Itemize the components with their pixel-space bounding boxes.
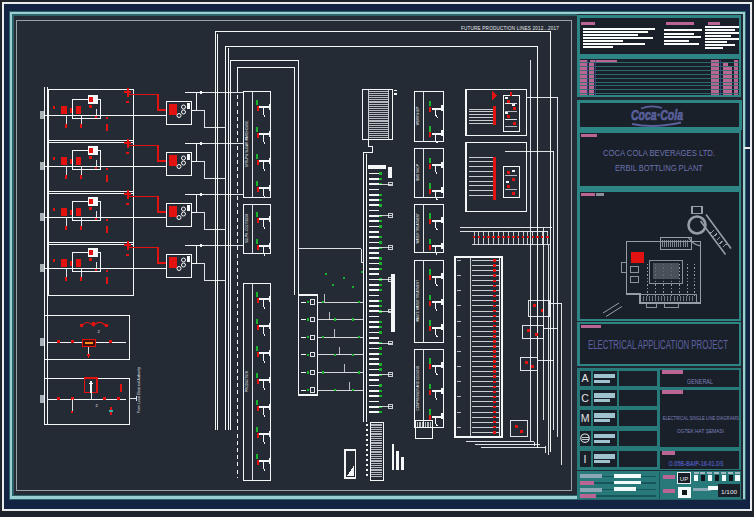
svg-text:O.05B-BAIP-16-01.DS: O.05B-BAIP-16-01.DS (669, 460, 725, 467)
svg-text:UP: UP (680, 476, 688, 482)
svg-text:GENERAL: GENERAL (687, 378, 713, 385)
svg-text:WATER TREATMENT: WATER TREATMENT (416, 213, 420, 243)
svg-text:COMPRESSOR AND COOLING: COMPRESSOR AND COOLING (416, 365, 420, 410)
svg-text:Coca·Cola: Coca·Cola (631, 107, 683, 123)
svg-text:COCA COLA BEVERAGES LTD.: COCA COLA BEVERAGES LTD. (603, 147, 715, 158)
svg-text:M: M (581, 412, 590, 424)
svg-text:C: C (581, 392, 589, 404)
svg-text:From Local Electrical Autho: From Local Electrical Authority (137, 367, 141, 413)
svg-text:BMD SHOP: BMD SHOP (416, 164, 420, 181)
svg-text:ELECTRICAL APPLICATION PROJECT: ELECTRICAL APPLICATION PROJECT (588, 338, 728, 352)
svg-text:1/100: 1/100 (721, 488, 738, 495)
svg-text:FUTURE PRODUCTION LINES 2012..: FUTURE PRODUCTION LINES 2012...2017 (461, 26, 559, 31)
svg-text:ERBIL BOTTLING PLANT: ERBIL BOTTLING PLANT (615, 162, 703, 173)
svg-text:WASTE WATER TREATMENT: WASTE WATER TREATMENT (416, 280, 420, 322)
svg-text:PRODUCTION: PRODUCTION (245, 371, 249, 392)
svg-text:OGTEK HAT ŞEMASI: OGTEK HAT ŞEMASI (677, 428, 724, 434)
svg-text:SULPH.-CO2 ROOM: SULPH.-CO2 ROOM (245, 214, 249, 243)
svg-text:ELECTRICAL SINGLE LINE DIAGRA: ELECTRICAL SINGLE LINE DIAGRAMS (663, 415, 739, 421)
svg-text:A: A (581, 372, 588, 384)
svg-text:SYRUP & SUGAR WAREHOUSE: SYRUP & SUGAR WAREHOUSE (245, 121, 249, 167)
svg-text:I: I (584, 453, 587, 465)
svg-text:WORKSHOP: WORKSHOP (416, 107, 420, 125)
